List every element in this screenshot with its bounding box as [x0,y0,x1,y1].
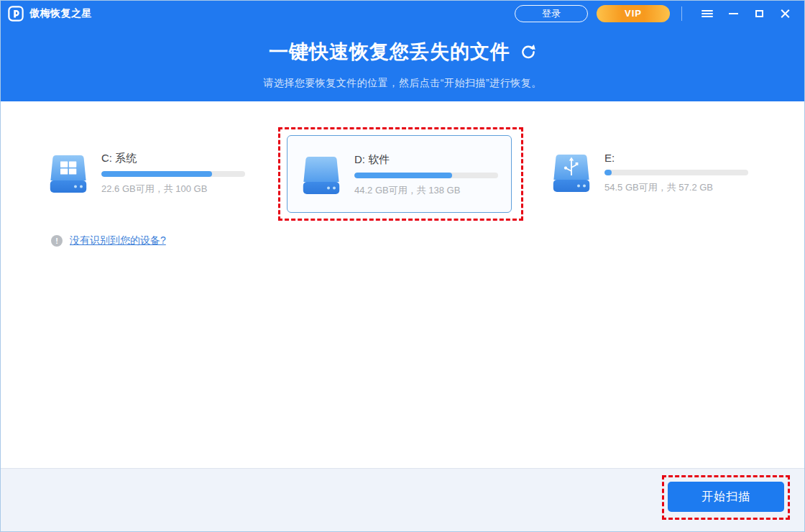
drive-name: C: 系统 [101,152,245,165]
info-icon: ! [51,235,63,247]
device-not-recognized-link[interactable]: 没有识别到您的设备? [70,234,166,247]
main-content: C: 系统 22.6 GB可用，共 100 GB D: 软件 [1,101,804,469]
drive-card-e[interactable]: E: 54.5 GB可用，共 57.2 GB [553,152,748,194]
drive-card-c[interactable]: C: 系统 22.6 GB可用，共 100 GB [50,152,245,196]
maximize-icon [755,10,763,17]
close-button[interactable] [774,4,796,23]
footer: 开始扫描 [1,468,804,531]
app-logo-icon [8,6,24,22]
drive-usage-bar [604,170,748,175]
drive-name: D: 软件 [354,153,498,167]
drive-usage-bar [354,173,498,178]
drive-usage-fill [604,170,612,175]
header: 傲梅恢复之星 登录 VIP 一键快速恢复您丢失的文件 请选择您要恢复文件的位置，… [1,1,804,101]
drive-usage-fill [101,171,212,177]
titlebar: 傲梅恢复之星 登录 VIP [1,1,804,27]
plain-drive-icon [303,155,340,196]
app-title: 傲梅恢复之星 [29,7,92,20]
drive-stats: 44.2 GB可用，共 138 GB [354,184,498,197]
page-subtitle: 请选择您要恢复文件的位置，然后点击“开始扫描”进行恢复。 [1,77,804,90]
drive-usage-fill [354,173,452,178]
drive-usage-bar [101,171,245,177]
titlebar-separator [681,6,682,21]
drive-card-d-selected[interactable]: D: 软件 44.2 GB可用，共 138 GB [287,135,512,213]
usb-drive-icon [553,153,590,193]
drive-name: E: [604,152,748,164]
drive-stats: 22.6 GB可用，共 100 GB [101,183,245,196]
page-title: 一键快速恢复您丢失的文件 [269,39,510,65]
refresh-icon[interactable] [520,44,536,60]
app-window: 傲梅恢复之星 登录 VIP 一键快速恢复您丢失的文件 请选择您要恢复文件的位置，… [0,0,805,532]
drive-stats: 54.5 GB可用，共 57.2 GB [604,181,748,194]
banner: 一键快速恢复您丢失的文件 请选择您要恢复文件的位置，然后点击“开始扫描”进行恢复… [1,39,804,90]
help-row: ! 没有识别到您的设备? [51,234,166,247]
windows-drive-icon [50,154,87,194]
minimize-button[interactable] [722,4,744,23]
login-button[interactable]: 登录 [515,5,588,22]
close-icon [781,9,790,19]
start-scan-button[interactable]: 开始扫描 [668,482,784,512]
vip-button[interactable]: VIP [597,5,670,22]
menu-button[interactable] [696,4,718,23]
minimize-icon [729,13,738,14]
maximize-button[interactable] [748,4,770,23]
